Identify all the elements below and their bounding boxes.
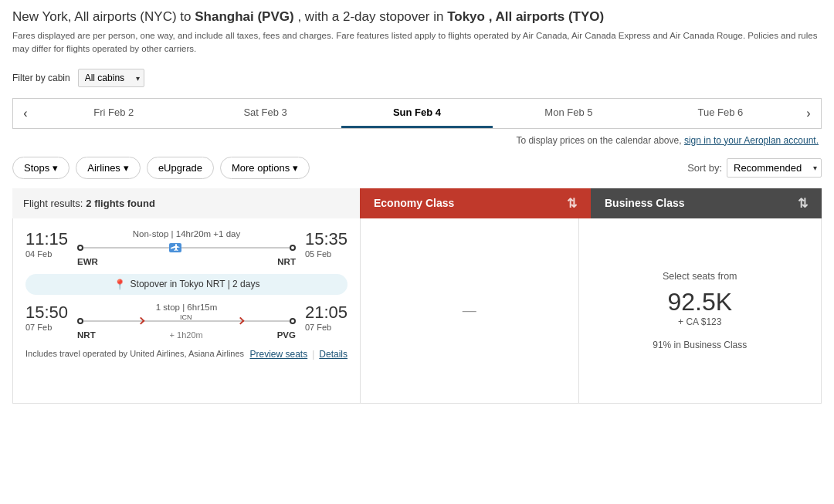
airport-codes-2: NRT + 1h20m PVG <box>77 330 296 340</box>
airlines-chevron-icon: ▾ <box>124 162 129 174</box>
date-tab-4[interactable]: Tue Feb 6 <box>645 99 796 128</box>
results-prefix: Flight results: <box>23 198 83 209</box>
more-options-filter-button[interactable]: More options ▾ <box>220 157 310 179</box>
page-subtitle: Fares displayed are per person, one way,… <box>12 29 822 56</box>
select-seats-label: Select seats from <box>663 271 737 282</box>
dep-time-1: 11:15 <box>25 229 68 249</box>
results-count: 2 flights found <box>86 198 155 209</box>
page-title: New York, All airports (NYC) to Shanghai… <box>12 9 822 25</box>
departure-2: 15:50 07 Feb <box>25 303 68 332</box>
date-navigation: ‹ Fri Feb 2 Sat Feb 3 Sun Feb 4 Mon Feb … <box>12 98 822 129</box>
departure-1: 11:15 04 Feb <box>25 229 68 259</box>
arr-airport-2: PVG <box>277 330 296 340</box>
dep-airport-2: NRT <box>77 330 96 340</box>
flight-track-1 <box>77 247 296 248</box>
economy-column: — <box>361 218 579 403</box>
date-tab-0[interactable]: Fri Feb 2 <box>38 99 189 128</box>
airlines-filter-button[interactable]: Airlines ▾ <box>76 157 141 179</box>
dep-dot-1 <box>77 245 83 251</box>
icn-label: ICN <box>180 313 192 321</box>
flight-segment-2: 15:50 07 Feb 1 stop | 6hr15m ICN <box>25 303 348 340</box>
arr-date-2: 07 Feb <box>305 323 348 332</box>
stops-chevron-icon: ▾ <box>53 162 58 174</box>
sort-label: Sort by: <box>687 162 722 174</box>
availability-label: 91% in Business Class <box>653 340 747 350</box>
business-class-header[interactable]: Business Class ⇅ <box>591 188 822 218</box>
arr-time-1: 15:35 <box>305 229 348 249</box>
business-column: Select seats from 92.5K + CA $123 91% in… <box>579 218 822 403</box>
filter-row: Filter by cabin All cabins <box>12 69 822 87</box>
flight-times-1: 11:15 04 Feb Non-stop | 14hr20m +1 day <box>25 229 348 266</box>
price-points: 92.5K <box>667 288 732 316</box>
cabin-select[interactable]: All cabins <box>78 69 144 87</box>
preview-seats-link[interactable]: Preview seats <box>249 349 307 360</box>
results-header: Flight results: 2 flights found Economy … <box>12 188 822 218</box>
flight-times-2: 15:50 07 Feb 1 stop | 6hr15m ICN <box>25 303 348 340</box>
pin-icon: 📍 <box>114 279 126 290</box>
economy-dash: — <box>463 303 476 319</box>
airport-codes-1: EWR NRT <box>77 257 296 266</box>
arrival-2: 21:05 07 Feb <box>305 303 348 332</box>
arr-dot-1 <box>290 245 296 251</box>
flight-links: Preview seats | Details <box>249 349 348 360</box>
date-tab-2[interactable]: Sun Feb 4 <box>341 99 493 128</box>
details-link[interactable]: Details <box>319 349 348 360</box>
results-info: Flight results: 2 flights found <box>12 188 360 218</box>
sort-select-wrap[interactable]: Recommended <box>727 158 822 178</box>
arr-date-1: 05 Feb <box>305 249 348 259</box>
arrow-left-2 <box>137 316 145 324</box>
cabin-select-wrap[interactable]: All cabins <box>78 69 144 87</box>
filter-bar: Stops ▾ Airlines ▾ eUpgrade More options… <box>12 157 822 179</box>
plane-icon-1 <box>169 243 181 252</box>
business-sort-icon: ⇅ <box>798 196 808 211</box>
dep-airport-1: EWR <box>77 257 98 266</box>
filter-label: Filter by cabin <box>12 73 70 83</box>
stopover-badge: 📍 Stopover in Tokyo NRT | 2 days <box>25 274 348 295</box>
flight-desc-2: 1 stop | 6hr15m <box>77 303 296 312</box>
flight-segment-1: 11:15 04 Feb Non-stop | 14hr20m +1 day <box>25 229 348 266</box>
date-tab-1[interactable]: Sat Feb 3 <box>189 99 341 128</box>
date-tab-3[interactable]: Mon Feb 5 <box>493 99 644 128</box>
next-date-arrow[interactable]: › <box>796 99 821 128</box>
arr-airport-1: NRT <box>277 257 296 266</box>
economy-sort-icon: ⇅ <box>567 196 577 211</box>
flight-middle-2: 1 stop | 6hr15m ICN <box>68 303 305 340</box>
operated-by: Includes travel operated by United Airli… <box>25 347 244 360</box>
flight-desc-1: Non-stop | 14hr20m +1 day <box>77 229 296 238</box>
dep-date-2: 07 Feb <box>25 323 68 332</box>
dep-date-1: 04 Feb <box>25 249 68 259</box>
arr-time-2: 21:05 <box>305 303 348 323</box>
dep-dot-2 <box>77 318 83 324</box>
flight-line-1 <box>77 242 296 254</box>
dep-time-2: 15:50 <box>25 303 68 323</box>
economy-class-label: Economy Class <box>374 197 454 209</box>
aeroplan-signin-link[interactable]: sign in to your Aeroplan account. <box>684 135 819 146</box>
stopover-text: Stopover in Tokyo NRT | 2 days <box>131 279 260 289</box>
arrow-right-2 <box>237 316 245 324</box>
sort-row: Sort by: Recommended <box>687 158 822 178</box>
business-class-label: Business Class <box>605 197 685 209</box>
calendar-note: To display prices on the calendar above,… <box>12 135 822 146</box>
flight-footer: Includes travel operated by United Airli… <box>25 347 348 360</box>
more-options-chevron-icon: ▾ <box>293 162 298 174</box>
flight-middle-1: Non-stop | 14hr20m +1 day <box>68 229 305 266</box>
price-cash: + CA $123 <box>678 316 721 327</box>
flight-line-2: ICN <box>77 315 296 327</box>
eupgrade-filter-button[interactable]: eUpgrade <box>147 157 214 179</box>
flight-card: 11:15 04 Feb Non-stop | 14hr20m +1 day <box>12 218 822 404</box>
sort-select[interactable]: Recommended <box>727 158 822 178</box>
arrival-1: 15:35 05 Feb <box>305 229 348 259</box>
flight-info: 11:15 04 Feb Non-stop | 14hr20m +1 day <box>13 218 361 403</box>
mid-offset: + 1h20m <box>170 330 203 340</box>
prev-date-arrow[interactable]: ‹ <box>13 99 38 128</box>
stops-filter-button[interactable]: Stops ▾ <box>12 157 70 179</box>
arr-dot-2 <box>290 318 296 324</box>
economy-class-header[interactable]: Economy Class ⇅ <box>360 188 591 218</box>
